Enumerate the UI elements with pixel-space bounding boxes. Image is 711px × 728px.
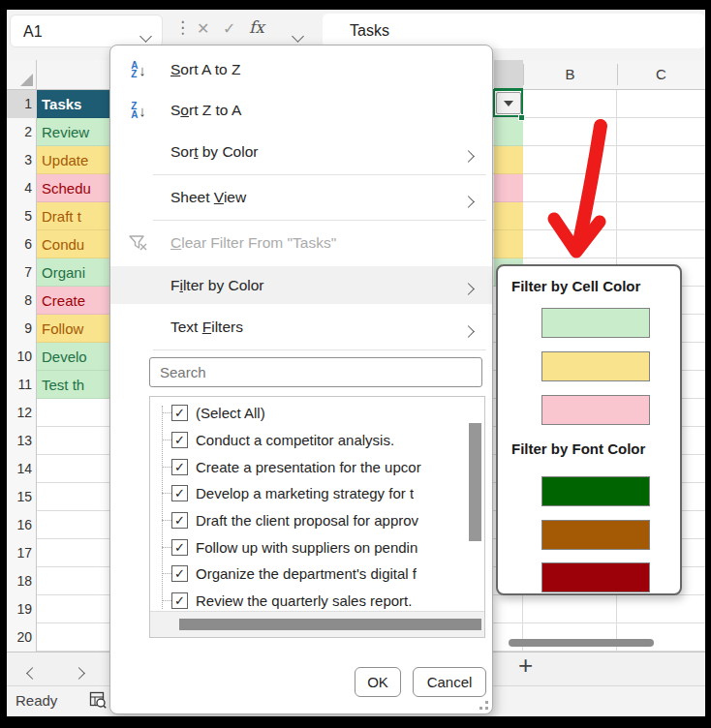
- select-all-triangle-icon: [20, 74, 33, 86]
- row-header-4[interactable]: 4: [7, 174, 32, 202]
- search-input[interactable]: [149, 357, 482, 387]
- checkbox-checked[interactable]: ✓: [171, 539, 188, 556]
- cell-a7[interactable]: Organi: [37, 258, 109, 287]
- row-header-20[interactable]: 20: [7, 623, 32, 652]
- chevron-right-icon: [464, 193, 473, 210]
- row-header-12[interactable]: 12: [7, 399, 32, 427]
- cell-color-swatch-pink[interactable]: [541, 395, 650, 425]
- formula-enter-icon[interactable]: ✓: [223, 19, 235, 38]
- row-header-7[interactable]: 7: [7, 258, 32, 287]
- row-header-11[interactable]: 11: [7, 371, 32, 399]
- font-color-swatch-dark-orange[interactable]: [541, 520, 650, 550]
- menu-item-sort-a-to-z[interactable]: AZ ↓ Sort A to Z: [110, 51, 492, 88]
- sort-az-icon: AZ ↓: [124, 61, 153, 78]
- resize-grip[interactable]: [477, 698, 488, 710]
- next-sheet-button[interactable]: [75, 664, 83, 682]
- filter-list-item[interactable]: ✓ Draft the client proposal for approv: [150, 507, 465, 534]
- sheet-horizontal-scrollbar[interactable]: [509, 639, 654, 647]
- checkbox-checked[interactable]: ✓: [171, 432, 188, 448]
- filter-list-item[interactable]: ✓ Conduct a competitor analysis.: [150, 427, 465, 454]
- row-header-14[interactable]: 14: [7, 455, 32, 483]
- row-header-13[interactable]: 13: [7, 427, 32, 455]
- chevron-right-icon: [464, 147, 473, 165]
- cell-a4[interactable]: Schedu: [37, 174, 109, 202]
- row-header-16[interactable]: 16: [7, 511, 32, 539]
- checkbox-checked[interactable]: ✓: [171, 512, 188, 529]
- row-header-2[interactable]: 2: [7, 118, 32, 146]
- cell-a6[interactable]: Condu: [37, 230, 109, 258]
- fx-chevron-icon[interactable]: [294, 27, 302, 45]
- row-header-3[interactable]: 3: [7, 146, 32, 174]
- cell-color-swatch-yellow[interactable]: [541, 351, 650, 381]
- cell-a11[interactable]: Test th: [37, 371, 109, 399]
- add-sheet-button[interactable]: +: [518, 651, 533, 681]
- filter-value-list: ✓ (Select All) ✓ Conduct a competitor an…: [149, 396, 485, 638]
- font-color-swatch-dark-green[interactable]: [541, 476, 650, 506]
- list-vertical-scrollbar[interactable]: [469, 423, 481, 541]
- window-frame-bottom: [0, 716, 711, 728]
- toolbar-dots-icon: ⋮: [174, 17, 191, 38]
- column-header-b[interactable]: B: [523, 60, 617, 89]
- cancel-button[interactable]: Cancel: [413, 667, 486, 697]
- menu-item-sort-by-color[interactable]: Sort by Color: [110, 134, 492, 170]
- window-frame-top: [0, 0, 711, 10]
- cell-a10[interactable]: Develo: [37, 343, 109, 371]
- cell-a9[interactable]: Follow: [37, 315, 109, 343]
- column-header-a-sliver[interactable]: [494, 60, 523, 90]
- cell-a8[interactable]: Create: [37, 287, 109, 315]
- menu-item-sort-z-to-a[interactable]: ZA ↓ Sort Z to A: [110, 92, 492, 129]
- cell-a5[interactable]: Draft t: [37, 202, 109, 230]
- list-horizontal-scrollbar-thumb[interactable]: [179, 619, 481, 630]
- name-box[interactable]: A1: [10, 15, 163, 47]
- select-all-corner[interactable]: [7, 60, 37, 90]
- menu-item-clear-filter: Clear Filter From "Tasks": [110, 225, 492, 261]
- cell-a5-sliver: [494, 202, 523, 230]
- row-header-5[interactable]: 5: [7, 202, 32, 230]
- formula-bar[interactable]: Tasks: [323, 14, 705, 48]
- accessibility-checker-icon[interactable]: [89, 691, 107, 709]
- row-header-19[interactable]: 19: [7, 595, 32, 623]
- prev-sheet-button[interactable]: [28, 664, 37, 682]
- insert-function-button[interactable]: fx: [249, 17, 264, 37]
- fill-handle[interactable]: [518, 114, 525, 121]
- row-header-17[interactable]: 17: [7, 539, 32, 567]
- excel-window: A1 ⋮ ✕ ✓ fx Tasks B C 1 2 3 4 5 6 7 8 9 …: [0, 0, 711, 728]
- menu-item-sheet-view[interactable]: Sheet View: [110, 179, 492, 216]
- filter-list-item[interactable]: ✓ Create a presentation for the upcor: [150, 453, 465, 480]
- cell-a3[interactable]: Update: [37, 146, 109, 174]
- menu-item-filter-by-color[interactable]: Filter by Color: [110, 266, 492, 304]
- filter-list-item[interactable]: ✓ Develop a marketing strategy for t: [150, 480, 465, 507]
- cell-a1-tasks-header[interactable]: Tasks: [37, 90, 109, 118]
- cell-color-swatch-green[interactable]: [541, 308, 650, 338]
- checkbox-checked[interactable]: ✓: [171, 405, 188, 421]
- filter-by-color-submenu: Filter by Cell Color Filter by Font Colo…: [496, 264, 682, 595]
- row-header-15[interactable]: 15: [7, 483, 32, 511]
- row-header-18[interactable]: 18: [7, 567, 32, 595]
- list-horizontal-scrollbar-track[interactable]: [150, 611, 484, 637]
- row-header-6[interactable]: 6: [7, 230, 32, 258]
- filter-list-item-select-all[interactable]: ✓ (Select All): [150, 400, 465, 427]
- cell-a2-sliver: [494, 118, 523, 146]
- chevron-right-icon: [464, 280, 473, 297]
- filter-list-item[interactable]: ✓ Follow up with suppliers on pendin: [150, 533, 465, 561]
- row-header-10[interactable]: 10: [7, 343, 32, 371]
- row-header-8[interactable]: 8: [7, 287, 32, 315]
- ok-button[interactable]: OK: [355, 667, 401, 697]
- formula-cancel-icon[interactable]: ✕: [197, 19, 209, 38]
- checkbox-checked[interactable]: ✓: [171, 459, 188, 475]
- column-header-c[interactable]: C: [617, 60, 705, 89]
- filter-list-item[interactable]: ✓ Organize the department's digital f: [150, 561, 465, 588]
- checkbox-checked[interactable]: ✓: [171, 565, 188, 582]
- name-box-chevron-icon[interactable]: [141, 27, 150, 45]
- font-color-swatch-dark-red[interactable]: [541, 562, 650, 592]
- row-header-1[interactable]: 1: [7, 90, 37, 118]
- checkbox-checked[interactable]: ✓: [171, 485, 188, 501]
- row-header-column: 1 2 3 4 5 6 7 8 9 10 11 12 13 14 15 16 1…: [7, 90, 37, 652]
- menu-item-text-filters[interactable]: Text Filters: [110, 309, 492, 346]
- cell-color-section-title: Filter by Cell Color: [511, 278, 640, 294]
- clear-filter-icon: [124, 234, 153, 252]
- cell-a2[interactable]: Review: [37, 118, 109, 146]
- row-header-9[interactable]: 9: [7, 315, 32, 343]
- cell-a4-sliver: [494, 174, 523, 202]
- checkbox-checked[interactable]: ✓: [171, 592, 188, 609]
